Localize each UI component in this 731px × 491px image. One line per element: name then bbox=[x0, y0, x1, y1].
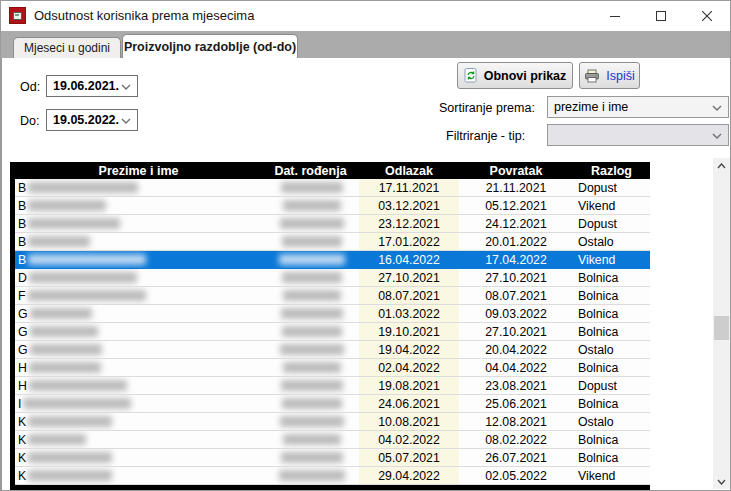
cell-razlog: Dopust bbox=[573, 377, 650, 395]
table-row[interactable]: F 08.07.2021 08.07.2021 Bolnica bbox=[10, 287, 650, 305]
table-row[interactable]: B 17.01.2022 20.01.2022 Ostalo bbox=[10, 233, 650, 251]
sort-label: Sortiranje prema: bbox=[439, 101, 535, 115]
name-initial: H bbox=[18, 379, 27, 393]
tab-mjeseci-u-godini[interactable]: Mjeseci u godini bbox=[13, 37, 121, 58]
name-initial: H bbox=[18, 361, 27, 375]
scroll-up-button[interactable] bbox=[713, 158, 730, 173]
od-date-combo[interactable]: 19.06.2021. bbox=[46, 75, 138, 97]
cell-povratak: 04.04.2022 bbox=[459, 359, 573, 377]
table-row[interactable]: K 29.04.2022 02.05.2022 Vikend bbox=[10, 467, 650, 485]
sort-combo[interactable]: prezime i ime bbox=[547, 96, 729, 118]
redacted-dob bbox=[281, 452, 343, 463]
table-row[interactable]: G 19.04.2022 20.04.2022 Ostalo bbox=[10, 341, 650, 359]
chevron-down-icon bbox=[717, 479, 726, 485]
cell-dob bbox=[262, 431, 359, 449]
table-row[interactable]: H 02.04.2022 04.04.2022 Bolnica bbox=[10, 359, 650, 377]
redacted-name bbox=[28, 452, 112, 463]
cell-odlazak: 19.08.2021 bbox=[359, 377, 459, 395]
name-initial: B bbox=[18, 181, 26, 195]
cell-dob bbox=[262, 269, 359, 287]
name-initial: G bbox=[18, 325, 28, 339]
cell-dob bbox=[262, 467, 359, 485]
cell-povratak: 24.12.2021 bbox=[459, 215, 573, 233]
chevron-down-icon bbox=[121, 113, 131, 127]
redacted-dob bbox=[282, 398, 342, 409]
table-row[interactable]: I 24.06.2021 25.06.2021 Bolnica bbox=[10, 395, 650, 413]
cell-dob bbox=[262, 359, 359, 377]
redacted-name bbox=[28, 200, 106, 211]
refresh-button[interactable]: Obnovi prikaz bbox=[457, 62, 573, 89]
name-initial: B bbox=[18, 217, 26, 231]
scrollbar-thumb[interactable] bbox=[714, 316, 729, 340]
od-date-value: 19.06.2021. bbox=[53, 79, 119, 93]
cell-dob bbox=[262, 323, 359, 341]
cell-razlog: Bolnica bbox=[573, 269, 650, 287]
name-initial: I bbox=[18, 397, 21, 411]
minimize-button[interactable] bbox=[592, 1, 638, 31]
redacted-dob bbox=[280, 344, 344, 355]
maximize-button[interactable] bbox=[638, 1, 684, 31]
tab-label: Mjeseci u godini bbox=[24, 41, 110, 55]
cell-razlog: Bolnica bbox=[573, 449, 650, 467]
table-row[interactable]: K 04.02.2022 08.02.2022 Bolnica bbox=[10, 431, 650, 449]
table-row[interactable]: B 23.12.2021 24.12.2021 Dopust bbox=[10, 215, 650, 233]
table-row[interactable]: B 17.11.2021 21.11.2021 Dopust bbox=[10, 179, 650, 197]
cell-povratak: 12.08.2021 bbox=[459, 413, 573, 431]
redacted-dob bbox=[280, 218, 344, 229]
cell-odlazak: 16.04.2022 bbox=[359, 251, 459, 269]
redacted-name bbox=[28, 254, 146, 265]
redacted-dob bbox=[282, 326, 342, 337]
cell-razlog: Dopust bbox=[573, 179, 650, 197]
cell-name: B bbox=[15, 197, 262, 215]
cell-razlog: Bolnica bbox=[573, 305, 650, 323]
window-title: Odsutnost korisnika prema mjesecima bbox=[34, 8, 254, 23]
table-row[interactable]: G 01.03.2022 09.03.2022 Bolnica bbox=[10, 305, 650, 323]
cell-odlazak: 17.11.2021 bbox=[359, 179, 459, 197]
cell-razlog: Ostalo bbox=[573, 413, 650, 431]
redacted-name bbox=[23, 398, 131, 409]
table-row[interactable]: B 16.04.2022 17.04.2022 Vikend bbox=[10, 251, 650, 269]
cell-dob bbox=[262, 341, 359, 359]
cell-name: G bbox=[15, 341, 262, 359]
cell-name: D bbox=[15, 269, 262, 287]
redacted-name bbox=[28, 470, 112, 481]
redacted-dob bbox=[283, 362, 341, 373]
filter-type-combo[interactable] bbox=[547, 124, 729, 146]
cell-razlog: Bolnica bbox=[573, 359, 650, 377]
cell-povratak: 08.07.2021 bbox=[459, 287, 573, 305]
cell-razlog: Bolnica bbox=[573, 395, 650, 413]
redacted-name bbox=[29, 380, 127, 391]
cell-odlazak: 05.07.2021 bbox=[359, 449, 459, 467]
cell-name: K bbox=[15, 431, 262, 449]
redacted-dob bbox=[279, 470, 345, 481]
cell-razlog: Ostalo bbox=[573, 233, 650, 251]
name-initial: B bbox=[18, 199, 26, 213]
cell-dob bbox=[262, 377, 359, 395]
scroll-down-button[interactable] bbox=[713, 474, 730, 489]
cell-povratak: 21.11.2021 bbox=[459, 179, 573, 197]
name-initial: K bbox=[18, 415, 26, 429]
printer-icon bbox=[584, 69, 600, 83]
app-icon bbox=[9, 7, 26, 24]
cell-dob bbox=[262, 215, 359, 233]
close-button[interactable] bbox=[684, 1, 730, 31]
name-initial: B bbox=[18, 253, 26, 267]
table-row[interactable]: H 19.08.2021 23.08.2021 Dopust bbox=[10, 377, 650, 395]
cell-dob bbox=[262, 305, 359, 323]
vertical-scrollbar[interactable] bbox=[713, 158, 730, 489]
table-row[interactable]: K 10.08.2021 12.08.2021 Ostalo bbox=[10, 413, 650, 431]
do-date-combo[interactable]: 19.05.2022. bbox=[46, 109, 138, 131]
table-row[interactable]: B 03.12.2021 05.12.2021 Vikend bbox=[10, 197, 650, 215]
cell-razlog: Ostalo bbox=[573, 341, 650, 359]
od-label: Od: bbox=[20, 80, 40, 94]
cell-odlazak: 29.04.2022 bbox=[359, 467, 459, 485]
tab-proizvoljno-razdoblje[interactable]: Proizvoljno razdoblje (od-do) bbox=[122, 34, 298, 58]
table-row[interactable]: K 05.07.2021 26.07.2021 Bolnica bbox=[10, 449, 650, 467]
table-row[interactable]: G 19.10.2021 27.10.2021 Bolnica bbox=[10, 323, 650, 341]
redacted-dob bbox=[281, 380, 343, 391]
print-button[interactable]: Ispiši bbox=[579, 62, 640, 89]
table-row[interactable]: D 27.10.2021 27.10.2021 Bolnica bbox=[10, 269, 650, 287]
cell-dob bbox=[262, 395, 359, 413]
redacted-name bbox=[28, 218, 120, 229]
redacted-dob bbox=[283, 290, 341, 301]
